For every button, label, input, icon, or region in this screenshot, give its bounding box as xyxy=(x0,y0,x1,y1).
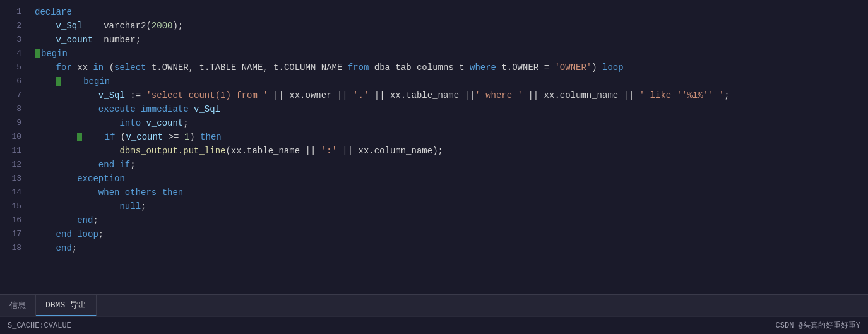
tab-info[interactable]: 信息 xyxy=(0,295,36,316)
ln-5: 5 xyxy=(0,61,28,75)
kw-declare: declare xyxy=(35,5,72,19)
ln-14: 14 xyxy=(0,186,28,200)
code-line-10: if (v_count >= 1) then xyxy=(28,130,868,144)
code-line-7: v_Sql := 'select count(1) from ' || xx.o… xyxy=(28,88,868,102)
ln-12: 12 xyxy=(0,158,28,172)
ln-1: 1 xyxy=(0,5,28,19)
ln-8: 8 xyxy=(0,102,28,116)
code-line-3: v_count number; xyxy=(28,33,868,47)
ln-11: 11 xyxy=(0,144,28,158)
ln-4: 4 xyxy=(0,47,28,61)
ln-13: 13 xyxy=(0,172,28,186)
line-indicator-6 xyxy=(56,77,61,86)
tab-dbms-label: DBMS 导出 xyxy=(45,299,86,311)
ln-16: 16 xyxy=(0,213,28,227)
ln-2: 2 xyxy=(0,19,28,33)
code-line-5: for xx in (select t.OWNER, t.TABLE_NAME,… xyxy=(28,61,868,75)
line-numbers: 1 2 3 4 5 6 7 8 9 10 11 12 13 14 15 16 1… xyxy=(0,0,28,294)
code-line-1: declare xyxy=(28,5,868,19)
code-line-2: v_Sql varchar2(2000); xyxy=(28,19,868,33)
status-left: S_CACHE:CVALUE xyxy=(8,321,71,330)
line-indicator-10 xyxy=(77,133,82,141)
ln-6: 6 xyxy=(0,75,28,88)
code-line-13: exception xyxy=(28,172,868,186)
ln-18: 18 xyxy=(0,241,28,255)
bottom-bar: 信息 DBMS 导出 xyxy=(0,294,868,316)
ln-3: 3 xyxy=(0,33,28,47)
tab-info-label: 信息 xyxy=(9,300,26,311)
code-line-4: begin xyxy=(28,47,868,61)
code-line-12: end if; xyxy=(28,158,868,172)
code-line-16: end; xyxy=(28,213,868,227)
code-line-14: when others then xyxy=(28,186,868,200)
code-line-17: end loop; xyxy=(28,227,868,241)
ln-10: 10 xyxy=(0,130,28,144)
code-content[interactable]: declare v_Sql varchar2(2000); v_count nu… xyxy=(28,0,868,294)
code-line-18: end; xyxy=(28,241,868,255)
tab-dbms[interactable]: DBMS 导出 xyxy=(36,295,97,316)
code-line-11: dbms_output.put_line(xx.table_name || ':… xyxy=(28,144,868,158)
line-indicator-4 xyxy=(35,49,40,58)
ln-15: 15 xyxy=(0,200,28,213)
ln-7: 7 xyxy=(0,88,28,102)
status-bar: S_CACHE:CVALUE CSDN @头真的好重好重Y xyxy=(0,316,868,334)
editor-area: 1 2 3 4 5 6 7 8 9 10 11 12 13 14 15 16 1… xyxy=(0,0,868,294)
status-right: CSDN @头真的好重好重Y xyxy=(776,320,860,331)
ln-17: 17 xyxy=(0,227,28,241)
code-line-9: into v_count; xyxy=(28,116,868,130)
code-line-6: begin xyxy=(28,75,868,88)
ln-9: 9 xyxy=(0,116,28,130)
code-container: 1 2 3 4 5 6 7 8 9 10 11 12 13 14 15 16 1… xyxy=(0,0,868,294)
code-line-15: null; xyxy=(28,200,868,213)
code-line-8: execute immediate v_Sql xyxy=(28,102,868,116)
